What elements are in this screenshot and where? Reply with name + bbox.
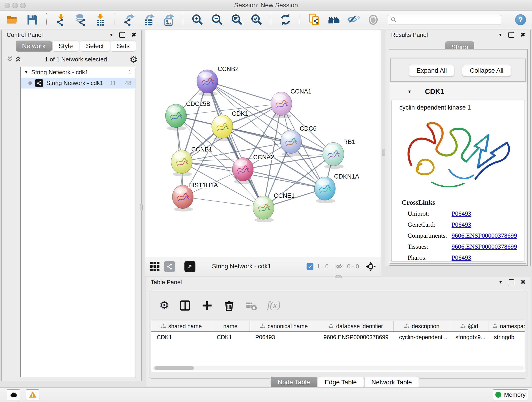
export-table-icon[interactable] (143, 13, 155, 26)
node-CCNB1[interactable]: CCNB1 (171, 146, 212, 177)
crosslink-link[interactable]: 9606.ENSP00000378699 (452, 232, 517, 239)
expand-all-button[interactable]: Expand All (409, 65, 454, 76)
tab-node-table[interactable]: Node Table (271, 377, 317, 388)
import-database-icon[interactable] (74, 13, 87, 26)
table-cell[interactable]: 9606.ENSP00000378699 (318, 332, 394, 342)
edge-CDK1-RB1[interactable] (222, 127, 333, 154)
node-HIST1H1A[interactable]: HIST1H1A (172, 182, 218, 211)
node-table[interactable]: shared namenamecanonical namedatabase id… (151, 321, 525, 372)
tab-network-table[interactable]: Network Table (364, 377, 419, 388)
column-header-description[interactable]: description (394, 321, 450, 332)
table-horizontal-scrollbar[interactable] (152, 366, 524, 370)
collapse-panel-icon[interactable]: ▼ (109, 32, 114, 37)
column-header-canonical-name[interactable]: canonical name (250, 321, 318, 332)
crosslink-link[interactable]: 9606.ENSP00000378699 (452, 243, 517, 250)
table-cell[interactable]: P06493 (250, 332, 318, 342)
network-row-selected[interactable]: String Network - cdk1 11 48 (21, 78, 135, 89)
home-icon[interactable] (328, 13, 341, 26)
zoom-in-icon[interactable] (191, 13, 204, 26)
column-header-shared-name[interactable]: shared name (151, 321, 211, 332)
export-image-icon[interactable] (162, 13, 175, 26)
network-selection-row: 1 of 1 Network selected ⚙ (6, 53, 138, 65)
node-CCNE1[interactable]: CCNE1 (253, 192, 295, 222)
node-RB1[interactable]: RB1 (323, 138, 355, 169)
column-header--id[interactable]: @id (450, 321, 488, 332)
column-header-name[interactable]: name (211, 321, 250, 332)
tab-style[interactable]: Style (52, 41, 79, 51)
export-network-icon[interactable] (123, 13, 136, 26)
selected-nodes-checkbox-icon[interactable] (307, 263, 313, 270)
table-options-gear-icon[interactable]: ⚙ (159, 300, 169, 312)
edge-HIST1H1A-CCNE1[interactable] (183, 197, 264, 208)
column-header-namespace[interactable]: namespace (488, 321, 525, 332)
help-icon[interactable]: ? (515, 14, 526, 25)
cloud-status-button[interactable] (7, 389, 20, 400)
import-table-icon[interactable] (94, 13, 107, 26)
memory-button[interactable]: Memory (493, 389, 528, 400)
show-columns-icon[interactable] (179, 300, 191, 312)
crosslink-link[interactable]: P06493 (452, 254, 471, 261)
delete-column-trash-icon[interactable] (223, 300, 235, 312)
node-CCNB2[interactable]: CCNB2 (197, 65, 239, 96)
table-cell[interactable]: stringdb (488, 332, 525, 342)
search-input[interactable] (388, 15, 501, 25)
save-session-icon[interactable] (26, 13, 38, 26)
vertical-splitter-handle[interactable] (382, 149, 385, 156)
expand-all-chevron-icon[interactable] (6, 55, 14, 64)
edge-CCNB2-CCNE1[interactable] (207, 81, 264, 208)
zoom-fit-icon[interactable] (230, 13, 243, 26)
share-document-icon[interactable] (308, 13, 321, 26)
column-header-database-identifier[interactable]: database identifier (318, 321, 394, 332)
node-CCNA1[interactable]: CCNA1 (271, 88, 311, 118)
network-collection-row[interactable]: ▼ String Network - cdk1 1 (21, 67, 135, 78)
warnings-button[interactable] (26, 389, 39, 400)
show-panel-eye-icon[interactable] (367, 13, 380, 26)
crosslinks-section: CrossLinks Uniprot:P06493GeneCard:P06493… (402, 198, 517, 261)
import-network-icon[interactable] (55, 13, 67, 26)
tab-sets[interactable]: Sets (111, 41, 136, 51)
scrollbar-thumb[interactable] (154, 366, 194, 370)
float-panel-icon[interactable] (509, 279, 514, 285)
close-panel-icon[interactable]: ✖ (520, 32, 525, 38)
protein-card-header[interactable]: ▼ CDK1 (390, 83, 526, 100)
open-session-folder-icon[interactable] (6, 13, 19, 26)
edge-CCNB2-CCNA1[interactable] (207, 81, 281, 104)
protein-description: cyclin-dependent kinase 1 (399, 104, 471, 111)
network-canvas[interactable]: CCNB2CCNA1CDC25BCDK1CDC6RB1CCNB1CCNA2CDK… (145, 30, 381, 257)
string-view-icon[interactable] (164, 261, 175, 272)
crosslink-link[interactable]: P06493 (452, 210, 471, 217)
close-panel-icon[interactable]: ✖ (520, 279, 526, 285)
table-cell[interactable]: stringdb:9... (450, 332, 488, 342)
collapse-panel-icon[interactable]: ▼ (498, 32, 503, 37)
node-CDKN1A[interactable]: CDKN1A (314, 173, 359, 203)
function-builder-icon: f(x) (267, 300, 280, 312)
birds-eye-view-icon[interactable] (184, 261, 196, 272)
close-panel-icon[interactable]: ✖ (131, 32, 136, 38)
vertical-splitter-handle[interactable] (140, 204, 143, 211)
tab-network[interactable]: Network (16, 41, 52, 51)
table-cell[interactable]: CDK1 (151, 332, 211, 342)
add-column-icon[interactable] (201, 300, 213, 312)
table-cell[interactable]: CDK1 (211, 332, 250, 342)
fit-selected-crosshair-icon[interactable] (365, 261, 376, 272)
zoom-out-icon[interactable] (211, 13, 224, 26)
crosslink-link[interactable]: P06493 (452, 221, 471, 228)
tree-expander-icon[interactable]: ▼ (24, 70, 28, 75)
tab-select[interactable]: Select (80, 41, 110, 51)
tab-edge-table[interactable]: Edge Table (317, 377, 364, 388)
collapse-card-icon[interactable]: ▼ (407, 89, 412, 94)
node-CDC25B[interactable]: CDC25B (165, 100, 210, 130)
horizontal-splitter-handle[interactable] (335, 275, 342, 278)
collapse-panel-icon[interactable]: ▼ (499, 280, 503, 285)
collapse-all-chevron-icon[interactable] (14, 55, 22, 64)
float-panel-icon[interactable] (508, 32, 514, 38)
zoom-selected-icon[interactable] (250, 13, 263, 26)
table-cell[interactable]: cyclin-dependent ... (394, 332, 450, 342)
table-row[interactable]: CDK1CDK1P064939606.ENSP00000378699cyclin… (151, 332, 525, 342)
refresh-icon[interactable] (279, 13, 292, 26)
hide-panel-eye-slash-icon[interactable] (347, 13, 360, 26)
network-options-gear-icon[interactable]: ⚙ (129, 55, 138, 64)
float-panel-icon[interactable] (119, 32, 125, 38)
collapse-all-button[interactable]: Collapse All (462, 65, 511, 76)
grid-view-icon[interactable] (150, 262, 159, 271)
